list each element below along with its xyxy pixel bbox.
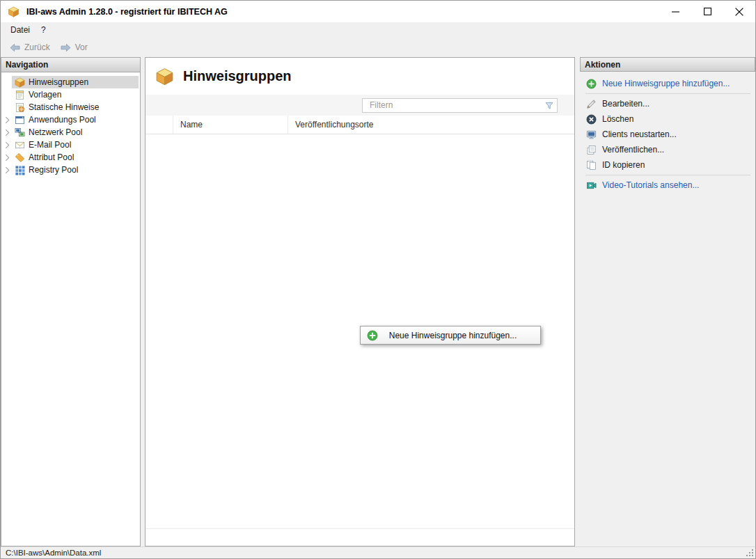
actions-list: Neue Hinweisgruppe hinzufügen... Bearbei… <box>580 72 755 193</box>
sidebar-item-email-pool[interactable]: E-Mail Pool <box>1 139 140 151</box>
app-icon <box>8 6 19 17</box>
actions-header: Aktionen <box>580 57 755 72</box>
filter-band <box>145 95 574 116</box>
main-panel: Hinweisgruppen Name Veröffentlichungsort… <box>145 57 575 546</box>
copy-icon <box>586 160 597 171</box>
window-title: IBI-aws Admin 1.28.0 - registriert für I… <box>26 7 228 17</box>
add-icon <box>586 79 597 89</box>
sidebar-item-label: Attribut Pool <box>29 152 74 162</box>
sidebar-item-label: Vorlagen <box>29 90 61 100</box>
static-note-icon <box>15 102 25 113</box>
box-icon <box>15 77 25 88</box>
actions-panel: Aktionen Neue Hinweisgruppe hinzufügen..… <box>580 57 755 546</box>
delete-icon <box>586 114 597 125</box>
page-title: Hinweisgruppen <box>183 68 292 84</box>
sidebar-item-registry-pool[interactable]: Registry Pool <box>1 164 140 176</box>
box-icon <box>155 68 174 86</box>
sidebar-item-label: Registry Pool <box>29 165 78 175</box>
registry-icon <box>15 165 25 175</box>
action-veroeffentlichen[interactable]: Veröffentlichen... <box>585 142 751 157</box>
navigation-header: Navigation <box>1 58 140 72</box>
filter-input[interactable] <box>363 99 557 112</box>
chevron-right-icon[interactable] <box>3 154 12 162</box>
video-icon <box>586 180 597 191</box>
add-icon <box>367 330 378 341</box>
action-bearbeiten[interactable]: Bearbeiten... <box>585 96 751 111</box>
column-header-spacer[interactable] <box>145 116 173 134</box>
action-label: Löschen <box>602 114 633 124</box>
sidebar-item-label: Statische Hinweise <box>29 102 99 112</box>
close-icon <box>735 8 743 16</box>
minimize-button[interactable] <box>659 1 691 22</box>
menu-item-datei[interactable]: Datei <box>5 22 36 38</box>
sidebar-item-vorlagen[interactable]: Vorlagen <box>1 88 140 101</box>
back-button-label: Zurück <box>24 42 50 52</box>
chevron-right-icon[interactable] <box>3 166 12 174</box>
forward-button[interactable]: Vor <box>56 40 92 54</box>
app-window: { "colors": { "link": "#2a5db0", "select… <box>0 0 756 559</box>
action-label: Bearbeiten... <box>602 99 649 109</box>
status-path: C:\IBI-aws\Admin\Data.xml <box>6 549 101 557</box>
minimize-icon <box>672 8 679 15</box>
application-icon <box>15 115 25 125</box>
pencil-icon <box>586 99 597 109</box>
publish-icon <box>586 145 597 155</box>
filter-box <box>362 98 558 113</box>
add-group-button[interactable]: Neue Hinweisgruppe hinzufügen... <box>360 326 541 345</box>
window-controls <box>659 1 755 22</box>
email-icon <box>15 140 25 150</box>
sidebar-item-attribut-pool[interactable]: Attribut Pool <box>1 151 140 164</box>
column-header-name[interactable]: Name <box>173 116 288 134</box>
actions-separator <box>585 175 750 175</box>
title-bar: IBI-aws Admin 1.28.0 - registriert für I… <box>1 1 755 22</box>
actions-separator <box>585 93 750 94</box>
attribute-icon <box>15 152 25 163</box>
forward-button-label: Vor <box>75 42 88 52</box>
column-header-veroeffentlichungsorte[interactable]: Veröffentlichungsorte <box>288 116 574 134</box>
sidebar-item-hinweisgruppen[interactable]: Hinweisgruppen <box>1 76 140 88</box>
back-button[interactable]: Zurück <box>5 40 54 54</box>
monitor-icon <box>586 129 597 140</box>
resize-grip-icon[interactable] <box>746 549 755 558</box>
action-label: ID kopieren <box>602 160 645 170</box>
status-bar: C:\IBI-aws\Admin\Data.xml <box>1 546 755 558</box>
maximize-icon <box>704 8 711 15</box>
chevron-right-icon[interactable] <box>3 141 12 149</box>
sidebar-item-netzwerk-pool[interactable]: Netzwerk Pool <box>1 126 140 139</box>
action-label: Veröffentlichen... <box>602 145 664 155</box>
table-header: Name Veröffentlichungsorte <box>145 116 574 134</box>
action-label: Neue Hinweisgruppe hinzufügen... <box>602 79 730 88</box>
sidebar-item-statische-hinweise[interactable]: Statische Hinweise <box>1 101 140 113</box>
toolbar: Zurück Vor <box>1 38 755 57</box>
filter-funnel-icon[interactable] <box>544 101 554 111</box>
chevron-right-icon[interactable] <box>3 116 12 124</box>
add-group-button-label: Neue Hinweisgruppe hinzufügen... <box>378 331 540 340</box>
chevron-right-icon[interactable] <box>3 129 12 136</box>
navigation-panel: Navigation Hinweisgruppen Vorlagen Stati… <box>1 57 141 546</box>
template-icon <box>15 90 25 100</box>
sidebar-item-label: Hinweisgruppen <box>29 77 88 87</box>
action-video-tutorials[interactable]: Video-Tutorials ansehen... <box>585 178 751 193</box>
action-clients-neustarten[interactable]: Clients neustarten... <box>585 127 751 142</box>
action-neue-hinweisgruppe[interactable]: Neue Hinweisgruppe hinzufügen... <box>585 76 751 91</box>
menu-item-help[interactable]: ? <box>36 22 52 38</box>
menu-bar: Datei ? <box>1 22 755 38</box>
action-loeschen[interactable]: Löschen <box>585 111 751 127</box>
network-icon <box>15 127 25 138</box>
maximize-button[interactable] <box>691 1 723 22</box>
action-label: Video-Tutorials ansehen... <box>602 180 699 190</box>
main-header: Hinweisgruppen <box>145 58 574 95</box>
back-arrow-icon <box>9 43 21 52</box>
sidebar-item-label: E-Mail Pool <box>29 140 71 150</box>
sidebar-item-anwendungs-pool[interactable]: Anwendungs Pool <box>1 113 140 126</box>
navigation-tree: Hinweisgruppen Vorlagen Statische Hinwei… <box>1 72 140 176</box>
sidebar-item-label: Anwendungs Pool <box>29 115 96 125</box>
action-label: Clients neustarten... <box>602 129 677 139</box>
sidebar-item-label: Netzwerk Pool <box>29 127 82 137</box>
forward-arrow-icon <box>60 43 72 52</box>
action-id-kopieren[interactable]: ID kopieren <box>585 157 751 173</box>
close-button[interactable] <box>723 1 755 22</box>
